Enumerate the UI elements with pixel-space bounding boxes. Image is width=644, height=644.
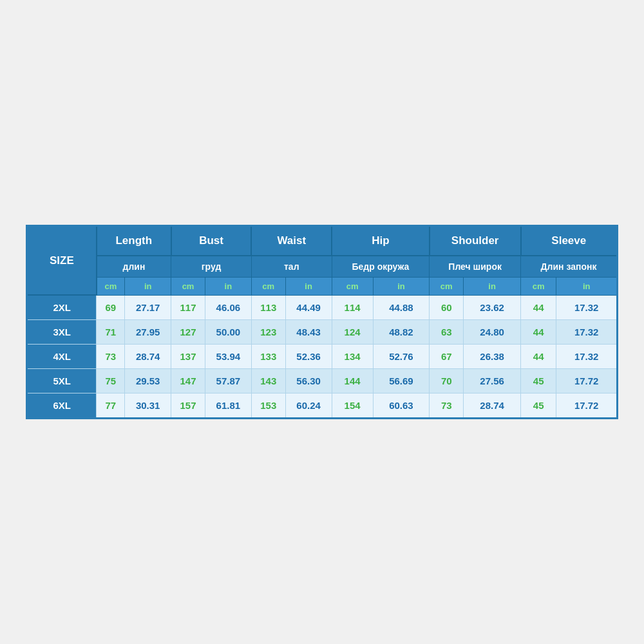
bust-in: 53.94 — [205, 345, 251, 369]
hip-in: 52.76 — [373, 345, 430, 369]
waist-in: 56.30 — [285, 369, 332, 393]
sleeve-cm: 45 — [521, 393, 556, 419]
bust-cm-label: cm — [171, 277, 205, 295]
bust-header: Bust — [171, 225, 252, 256]
hip-cm-label: cm — [332, 277, 373, 295]
waist-in: 52.36 — [285, 345, 332, 369]
shoulder-cm: 73 — [430, 393, 464, 419]
shoulder-cm: 63 — [430, 320, 464, 345]
sleeve-cm: 45 — [521, 369, 556, 393]
sleeve-in: 17.72 — [556, 369, 618, 393]
waist-ru: тал — [251, 256, 332, 278]
waist-in-label: in — [285, 277, 332, 295]
sleeve-in: 17.72 — [556, 393, 618, 419]
bust-cm: 117 — [171, 295, 205, 320]
shoulder-cm: 70 — [430, 369, 464, 393]
sleeve-ru: Длин запонк — [521, 256, 618, 278]
hip-cm: 134 — [332, 345, 373, 369]
waist-header: Waist — [251, 225, 332, 256]
table-row: 5XL7529.5314757.8714356.3014456.697027.5… — [27, 369, 618, 393]
bust-cm: 127 — [171, 320, 205, 345]
shoulder-cm: 67 — [430, 345, 464, 369]
shoulder-header: Shoulder — [430, 225, 521, 256]
length-ru: длин — [97, 256, 171, 278]
sleeve-cm: 44 — [521, 345, 556, 369]
sleeve-in: 17.32 — [556, 320, 618, 345]
bust-cm: 147 — [171, 369, 205, 393]
waist-cm: 123 — [251, 320, 285, 345]
bust-ru: груд — [171, 256, 252, 278]
table-row: 2XL6927.1711746.0611344.4911444.886023.6… — [27, 295, 618, 320]
length-cm: 69 — [97, 295, 125, 320]
waist-cm: 153 — [251, 393, 285, 419]
size-cell: 5XL — [27, 369, 97, 393]
hip-ru: Бедр окружа — [332, 256, 430, 278]
hip-in: 56.69 — [373, 369, 430, 393]
table-row: 3XL7127.9512750.0012348.4312448.826324.8… — [27, 320, 618, 345]
length-cm: 77 — [97, 393, 125, 419]
bust-cm: 157 — [171, 393, 205, 419]
hip-in-label: in — [373, 277, 430, 295]
shoulder-in: 26.38 — [464, 345, 521, 369]
hip-in: 44.88 — [373, 295, 430, 320]
size-cell: 3XL — [27, 320, 97, 345]
bust-in-label: in — [205, 277, 251, 295]
table-body: 2XL6927.1711746.0611344.4911444.886023.6… — [27, 295, 618, 419]
sleeve-header: Sleeve — [521, 225, 618, 256]
length-in: 29.53 — [125, 369, 171, 393]
size-chart-table: SIZE Length Bust Waist Hip Shoulder Slee… — [26, 225, 618, 420]
waist-cm: 143 — [251, 369, 285, 393]
header-row-2: длин груд тал Бедр окружа Плеч широк Дли… — [27, 256, 618, 278]
waist-in: 44.49 — [285, 295, 332, 320]
table-row: 4XL7328.7413753.9413352.3613452.766726.3… — [27, 345, 618, 369]
hip-cm: 144 — [332, 369, 373, 393]
size-cell: 6XL — [27, 393, 97, 419]
shoulder-in-label: in — [464, 277, 521, 295]
bust-in: 57.87 — [205, 369, 251, 393]
waist-in: 60.24 — [285, 393, 332, 419]
length-in: 28.74 — [125, 345, 171, 369]
shoulder-cm: 60 — [430, 295, 464, 320]
sleeve-in: 17.32 — [556, 295, 618, 320]
size-chart-wrapper: SIZE Length Bust Waist Hip Shoulder Slee… — [13, 212, 631, 433]
shoulder-ru: Плеч широк — [430, 256, 521, 278]
bust-in: 50.00 — [205, 320, 251, 345]
shoulder-in: 24.80 — [464, 320, 521, 345]
shoulder-cm-label: cm — [430, 277, 464, 295]
hip-in: 60.63 — [373, 393, 430, 419]
hip-cm: 124 — [332, 320, 373, 345]
sleeve-in-label: in — [556, 277, 618, 295]
length-cm: 71 — [97, 320, 125, 345]
table-row: 6XL7730.3115761.8115360.2415460.637328.7… — [27, 393, 618, 419]
waist-in: 48.43 — [285, 320, 332, 345]
header-row-1: SIZE Length Bust Waist Hip Shoulder Slee… — [27, 225, 618, 256]
length-cm-label: cm — [97, 277, 125, 295]
hip-in: 48.82 — [373, 320, 430, 345]
waist-cm: 113 — [251, 295, 285, 320]
length-in: 30.31 — [125, 393, 171, 419]
shoulder-in: 28.74 — [464, 393, 521, 419]
size-cell: 2XL — [27, 295, 97, 320]
shoulder-in: 27.56 — [464, 369, 521, 393]
sleeve-cm: 44 — [521, 320, 556, 345]
hip-header: Hip — [332, 225, 430, 256]
size-cell: 4XL — [27, 345, 97, 369]
length-cm: 75 — [97, 369, 125, 393]
size-header: SIZE — [27, 225, 97, 295]
length-in: 27.17 — [125, 295, 171, 320]
bust-cm: 137 — [171, 345, 205, 369]
length-cm: 73 — [97, 345, 125, 369]
bust-in: 46.06 — [205, 295, 251, 320]
waist-cm: 133 — [251, 345, 285, 369]
bust-in: 61.81 — [205, 393, 251, 419]
hip-cm: 114 — [332, 295, 373, 320]
shoulder-in: 23.62 — [464, 295, 521, 320]
header-row-3: cm in cm in cm in cm in cm in cm in — [27, 277, 618, 295]
length-in-label: in — [125, 277, 171, 295]
waist-cm-label: cm — [251, 277, 285, 295]
hip-cm: 154 — [332, 393, 373, 419]
sleeve-cm: 44 — [521, 295, 556, 320]
length-in: 27.95 — [125, 320, 171, 345]
length-header: Length — [97, 225, 171, 256]
sleeve-in: 17.32 — [556, 345, 618, 369]
